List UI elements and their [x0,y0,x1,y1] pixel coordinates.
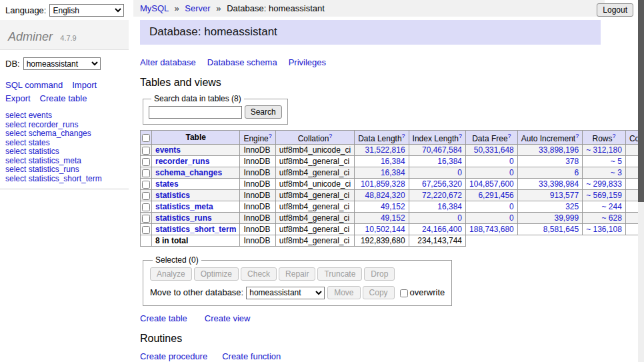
data-length-link[interactable]: 101,859,328 [361,179,405,189]
auto-increment-link[interactable]: 8,581,645 [543,225,579,234]
overwrite-checkbox[interactable] [400,289,408,297]
auto-increment-link[interactable]: 33,898,196 [539,145,579,155]
move-button[interactable]: Move [327,286,360,299]
rows-count-link[interactable]: ~ 312,180 [586,145,622,155]
bulk-action-button[interactable]: Check [241,267,277,281]
table-name-link[interactable]: schema_changes [155,168,222,177]
auto-increment-link[interactable]: 325 [565,202,579,211]
select-table-link[interactable]: select events [5,111,52,120]
import-link[interactable]: Import [72,80,97,90]
export-link[interactable]: Export [5,93,31,103]
data-free-link[interactable]: 0 [509,202,514,211]
select-table-link[interactable]: select statistics [5,147,59,156]
data-length-link[interactable]: 16,384 [381,157,405,166]
table-name-link[interactable]: states [155,179,179,189]
sql-command-link[interactable]: SQL command [5,80,63,90]
index-length-link[interactable]: 24,166,400 [422,225,462,234]
data-free-link[interactable]: 104,857,600 [469,179,514,189]
copy-button[interactable]: Copy [363,286,395,299]
help-link[interactable]: ? [402,133,405,139]
table-name-link[interactable]: statistics_runs [155,213,212,223]
data-length-link[interactable]: 48,824,320 [365,191,405,200]
help-link[interactable]: ? [329,133,332,139]
rows-count-link[interactable]: ~ 244 [602,202,622,211]
bulk-action-button[interactable]: Drop [364,267,395,281]
row-checkbox[interactable] [142,181,150,189]
index-length-link[interactable]: 67,256,320 [422,179,462,189]
row-checkbox[interactable] [142,203,150,211]
search-input[interactable] [149,106,242,119]
data-free-link[interactable]: 188,743,680 [469,225,514,234]
database-schema-link[interactable]: Database schema [207,57,277,67]
data-free-link[interactable]: 6,291,456 [478,191,513,200]
select-table-link[interactable]: select schema_changes [5,129,91,138]
help-link[interactable]: ? [269,133,272,139]
row-checkbox[interactable] [142,169,150,177]
data-length-link[interactable]: 16,384 [381,168,405,177]
data-length-link[interactable]: 49,152 [381,213,405,223]
rows-count-link[interactable]: ~ 569,159 [586,191,622,200]
scrollbar-thumb[interactable] [638,0,644,202]
select-table-link[interactable]: select recorder_runs [5,120,78,129]
bulk-action-button[interactable]: Truncate [317,267,362,281]
create-table-link[interactable]: Create table [140,313,187,323]
data-free-link[interactable]: 50,331,648 [474,145,514,155]
row-checkbox[interactable] [142,158,150,166]
index-length-link[interactable]: 0 [457,168,462,177]
alter-database-link[interactable]: Alter database [140,57,196,67]
rows-count-link[interactable]: ~ 136,108 [586,225,622,234]
bulk-action-button[interactable]: Optimize [194,267,239,281]
index-length-link[interactable]: 0 [457,213,462,223]
help-link[interactable]: ? [508,133,511,139]
index-length-link[interactable]: 16,384 [437,157,462,166]
data-free-link[interactable]: 0 [509,168,514,177]
row-checkbox[interactable] [142,192,150,200]
create-view-link[interactable]: Create view [205,313,251,323]
create-procedure-link[interactable]: Create procedure [140,351,207,361]
row-checkbox[interactable] [142,215,150,223]
auto-increment-link[interactable]: 378 [565,157,579,166]
table-name-link[interactable]: statistics [155,191,190,200]
table-name-link[interactable]: recorder_runs [155,157,209,166]
data-length-link[interactable]: 49,152 [381,202,405,211]
privileges-link[interactable]: Privileges [289,57,326,67]
index-length-link[interactable]: 16,384 [437,202,462,211]
select-table-link[interactable]: select states [5,138,50,147]
logout-button[interactable]: Logout [597,3,633,17]
breadcrumb-server-link[interactable]: Server [185,3,210,13]
help-link[interactable]: ? [459,133,462,139]
auto-increment-link[interactable]: 913,577 [550,191,579,200]
move-db-select[interactable]: homeassistant [246,287,325,299]
table-name-link[interactable]: statistics_short_term [155,225,236,234]
select-all-checkbox[interactable] [142,134,150,142]
create-function-link[interactable]: Create function [222,351,281,361]
data-free-link[interactable]: 0 [509,213,514,223]
breadcrumb-mysql-link[interactable]: MySQL [140,3,169,13]
row-checkbox[interactable] [142,147,150,155]
data-free-link[interactable]: 0 [509,157,514,166]
data-length-link[interactable]: 10,502,144 [365,225,405,234]
vertical-scrollbar[interactable] [638,0,644,362]
table-name-link[interactable]: events [155,145,181,155]
select-table-link[interactable]: select statistics_runs [5,165,79,174]
auto-increment-link[interactable]: 6 [574,168,579,177]
rows-count-link[interactable]: ~ 3 [611,168,622,177]
db-select[interactable]: homeassistant [23,57,101,70]
index-length-link[interactable]: 72,220,672 [422,191,462,200]
rows-count-link[interactable]: ~ 628 [602,213,622,223]
row-checkbox[interactable] [142,226,150,234]
search-button[interactable]: Search [245,105,282,119]
auto-increment-link[interactable]: 33,398,984 [539,179,579,189]
select-table-link[interactable]: select statistics_short_term [5,174,102,183]
bulk-action-button[interactable]: Analyze [150,267,192,281]
select-table-link[interactable]: select statistics_meta [5,156,81,165]
index-length-link[interactable]: 70,467,584 [422,145,462,155]
rows-count-link[interactable]: ~ 5 [611,157,622,166]
help-link[interactable]: ? [613,133,616,139]
table-name-link[interactable]: statistics_meta [155,202,213,211]
create-table-link-sidebar[interactable]: Create table [40,93,87,103]
help-link[interactable]: ? [575,133,579,139]
data-length-link[interactable]: 31,522,816 [365,145,405,155]
language-select[interactable]: English [49,4,124,17]
rows-count-link[interactable]: ~ 299,833 [586,179,622,189]
